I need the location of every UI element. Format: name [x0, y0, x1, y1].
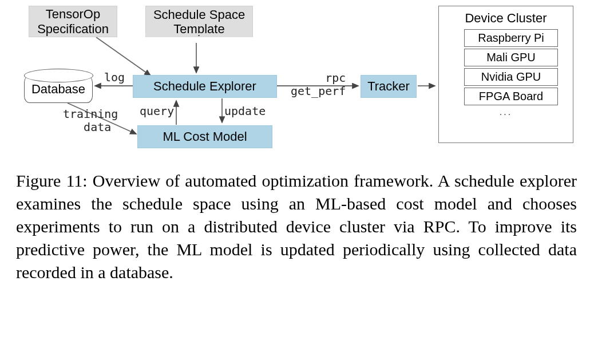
node-ml-cost-model: ML Cost Model: [137, 125, 272, 148]
edge-label-rpc-getperf: rpc get_perf: [291, 72, 346, 98]
cluster-title: Device Cluster: [439, 11, 573, 26]
device-item: Nvidia GPU: [464, 68, 558, 86]
device-item: FPGA Board: [464, 88, 558, 105]
node-tensorop-spec: TensorOp Specification: [29, 6, 117, 37]
device-item: Mali GPU: [464, 49, 558, 66]
device-cluster: Device Cluster Raspberry Pi Mali GPU Nvi…: [438, 6, 573, 143]
edge-label-training-data: training data: [63, 108, 118, 134]
device-ellipsis: ...: [439, 107, 573, 117]
device-item: Raspberry Pi: [464, 29, 558, 47]
node-tracker: Tracker: [361, 75, 417, 98]
diagram-area: TensorOp Specification Schedule Space Te…: [10, 6, 583, 155]
svg-line-0: [96, 37, 151, 76]
edge-label-log: log: [104, 70, 125, 84]
edge-label-update: update: [224, 104, 266, 118]
figure-caption: Figure 11: Overview of automated optimiz…: [16, 169, 577, 283]
edge-label-query: query: [140, 104, 174, 118]
label-database: Database: [31, 82, 85, 97]
node-schedule-space-template: Schedule Space Template: [145, 6, 253, 37]
node-schedule-explorer: Schedule Explorer: [133, 75, 277, 98]
node-database: Database: [24, 76, 93, 103]
